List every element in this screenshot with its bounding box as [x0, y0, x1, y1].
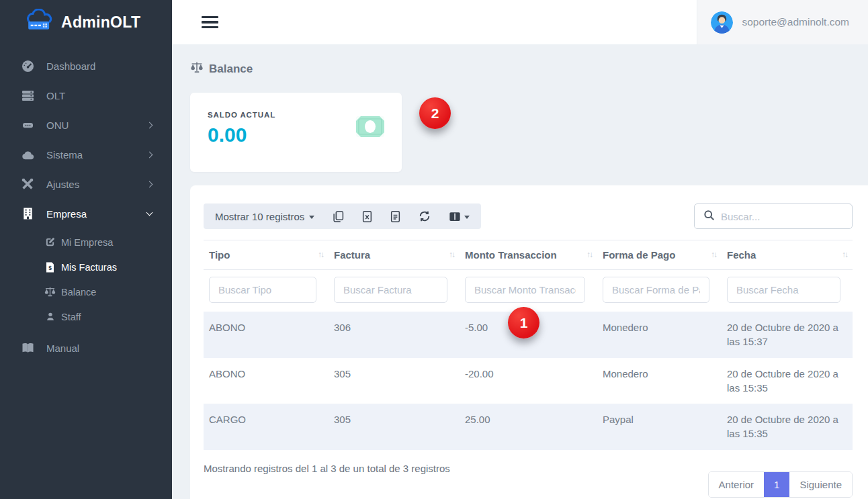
- money-bill-icon: [356, 116, 384, 154]
- cell-fecha: 20 de Octubre de 2020 a las 15:35: [722, 404, 853, 450]
- sort-icon: ↑↓: [587, 250, 592, 259]
- svg-text:$: $: [48, 264, 52, 271]
- hamburger-menu-icon[interactable]: [202, 13, 218, 32]
- excel-export-button[interactable]: [362, 211, 372, 222]
- sidebar-item-label: Mis Facturas: [61, 262, 117, 273]
- column-header-factura[interactable]: Factura↑↓: [329, 240, 460, 270]
- datatable-buttons: Mostrar 10 registros: [204, 203, 481, 229]
- cell-fecha: 20 de Octubre de 2020 a las 15:37: [722, 312, 853, 358]
- device-icon: [20, 120, 35, 130]
- user-avatar: [711, 11, 733, 34]
- brand-logo[interactable]: AdminOLT: [0, 0, 172, 44]
- server-stack-icon: [20, 90, 35, 101]
- cell-factura: 305: [329, 404, 460, 450]
- cell-factura: 305: [329, 358, 460, 404]
- search-input[interactable]: [721, 211, 855, 222]
- datatable-toolbar: Mostrar 10 registros: [204, 203, 853, 229]
- sort-icon: ↑↓: [711, 250, 716, 259]
- sidebar-item-empresa[interactable]: Empresa: [0, 199, 172, 228]
- pagination-next-button[interactable]: Siguiente: [789, 472, 852, 497]
- building-icon: [20, 208, 35, 220]
- annotation-badge-2: 2: [419, 97, 451, 129]
- filter-monto-input[interactable]: [465, 277, 585, 303]
- main-area: soporte@adminolt.com Balance SALDO ACTUA…: [172, 0, 868, 499]
- sidebar-item-label: Balance: [61, 287, 96, 298]
- sidebar-item-manual[interactable]: Manual: [0, 333, 172, 363]
- sidebar: AdminOLT Dashboard OLT ONU Sistema: [0, 0, 172, 499]
- sidebar-item-label: OLT: [46, 90, 65, 101]
- top-header: soporte@adminolt.com: [172, 0, 868, 44]
- global-search: [694, 203, 853, 229]
- book-icon: [20, 343, 35, 353]
- sidebar-item-label: Mi Empresa: [61, 237, 113, 248]
- column-filter-row: [204, 270, 853, 312]
- filter-forma-pago-input[interactable]: [603, 277, 709, 303]
- refresh-button[interactable]: [419, 210, 431, 222]
- chevron-right-icon: [146, 181, 153, 187]
- filter-factura-input[interactable]: [334, 277, 447, 303]
- copy-button[interactable]: [333, 211, 344, 222]
- column-header-forma-pago[interactable]: Forma de Pago↑↓: [597, 240, 722, 270]
- pagination-page-1[interactable]: 1: [764, 472, 789, 497]
- table-footer: Mostrando registros del 1 al 3 de un tot…: [204, 463, 853, 498]
- sidebar-item-label: Sistema: [46, 149, 83, 161]
- sidebar-item-mis-facturas[interactable]: $ Mis Facturas: [0, 255, 172, 279]
- document-export-button[interactable]: [390, 211, 400, 222]
- column-header-tipo[interactable]: Tipo↑↓: [204, 240, 329, 270]
- sidebar-item-balance[interactable]: Balance: [0, 279, 172, 304]
- pagination-prev-button[interactable]: Anterior: [709, 472, 765, 497]
- chevron-right-icon: [146, 151, 153, 158]
- sidebar-item-staff[interactable]: Staff: [0, 304, 172, 329]
- cell-tipo: CARGO: [204, 404, 329, 450]
- table-row[interactable]: CARGO 305 25.00 Paypal 20 de Octubre de …: [204, 404, 853, 450]
- sidebar-item-sistema[interactable]: Sistema: [0, 140, 172, 169]
- empresa-submenu: Mi Empresa $ Mis Facturas Balance Staff: [0, 228, 172, 333]
- pagination: Anterior 1 Siguiente: [708, 471, 853, 498]
- sidebar-item-label: Manual: [46, 343, 79, 354]
- filter-fecha-input[interactable]: [727, 277, 840, 303]
- sidebar-item-mi-empresa[interactable]: Mi Empresa: [0, 230, 172, 255]
- caret-down-icon: [464, 216, 470, 219]
- balance-table: Tipo↑↓ Factura↑↓ Monto Transaccion↑↓ For…: [204, 240, 853, 450]
- cell-forma-pago: Paypal: [597, 404, 722, 450]
- balance-card-row: SALDO ACTUAL 0.00 2: [190, 93, 868, 172]
- caret-down-icon: [309, 216, 314, 219]
- page-length-dropdown[interactable]: Mostrar 10 registros: [215, 211, 314, 222]
- user-menu[interactable]: soporte@adminolt.com: [697, 0, 868, 44]
- scale-icon: [190, 62, 204, 77]
- sidebar-item-olt[interactable]: OLT: [0, 81, 172, 110]
- cell-forma-pago: Monedero: [597, 312, 722, 358]
- column-header-monto[interactable]: Monto Transaccion↑↓: [460, 240, 597, 270]
- column-header-fecha[interactable]: Fecha↑↓: [722, 240, 853, 270]
- balance-card: SALDO ACTUAL 0.00: [190, 93, 402, 172]
- filter-tipo-input[interactable]: [209, 277, 316, 303]
- edit-square-icon: [44, 237, 56, 247]
- sidebar-item-label: Ajustes: [46, 179, 79, 190]
- sidebar-item-dashboard[interactable]: Dashboard: [0, 51, 172, 81]
- table-header-row: Tipo↑↓ Factura↑↓ Monto Transaccion↑↓ For…: [204, 240, 853, 270]
- cloud-switch-logo-icon: [24, 9, 55, 36]
- sidebar-item-label: Staff: [61, 312, 81, 322]
- sidebar-item-label: ONU: [46, 120, 69, 131]
- sidebar-item-onu[interactable]: ONU: [0, 110, 172, 140]
- cell-factura: 306: [329, 312, 460, 358]
- page-title: Balance: [190, 62, 868, 77]
- sidebar-item-label: Dashboard: [46, 60, 95, 72]
- sidebar-item-ajustes[interactable]: Ajustes: [0, 169, 172, 199]
- chevron-right-icon: [146, 122, 153, 128]
- sort-icon: ↑↓: [842, 250, 847, 259]
- cloud-icon: [20, 150, 35, 160]
- brand-name: AdminOLT: [61, 13, 140, 32]
- cell-monto: 25.00: [460, 404, 597, 450]
- invoice-dollar-icon: $: [44, 262, 56, 273]
- search-icon: [703, 210, 715, 224]
- column-visibility-button[interactable]: [449, 211, 470, 222]
- scale-icon: [44, 287, 56, 297]
- chevron-down-icon: [146, 210, 153, 216]
- balance-card-label: SALDO ACTUAL: [208, 111, 275, 119]
- page-content: Balance SALDO ACTUAL 0.00: [172, 44, 868, 499]
- cell-tipo: ABONO: [204, 312, 329, 358]
- table-row[interactable]: ABONO 305 -20.00 Monedero 20 de Octubre …: [204, 358, 853, 404]
- datatable-card: 1 Mostrar 10 registros: [190, 185, 868, 499]
- user-icon: [44, 312, 56, 322]
